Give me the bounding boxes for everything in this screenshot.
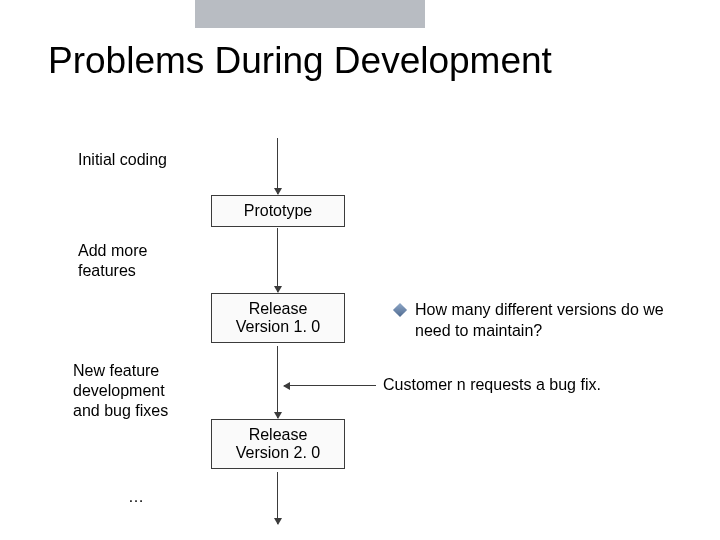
label-initial-coding: Initial coding	[78, 150, 167, 170]
label-ellipsis: …	[128, 487, 144, 507]
slide-title: Problems During Development	[48, 40, 552, 82]
arrow-to-release2	[277, 346, 278, 418]
text-customer-request: Customer n requests a bug fix.	[383, 376, 601, 394]
label-add-more: Add more features	[78, 241, 147, 281]
diamond-icon	[393, 303, 407, 317]
header-bar	[195, 0, 425, 28]
bullet-text: How many different versions do we need t…	[415, 300, 695, 342]
arrow-to-prototype	[277, 138, 278, 194]
box-prototype: Prototype	[211, 195, 345, 227]
box-release2: Release Version 2. 0	[211, 419, 345, 469]
arrow-bugfix-request	[284, 385, 376, 386]
bullet-versions: How many different versions do we need t…	[395, 300, 695, 342]
label-new-feature: New feature development and bug fixes	[73, 361, 168, 421]
arrow-to-release1	[277, 228, 278, 292]
box-release1: Release Version 1. 0	[211, 293, 345, 343]
arrow-to-next	[277, 472, 278, 524]
